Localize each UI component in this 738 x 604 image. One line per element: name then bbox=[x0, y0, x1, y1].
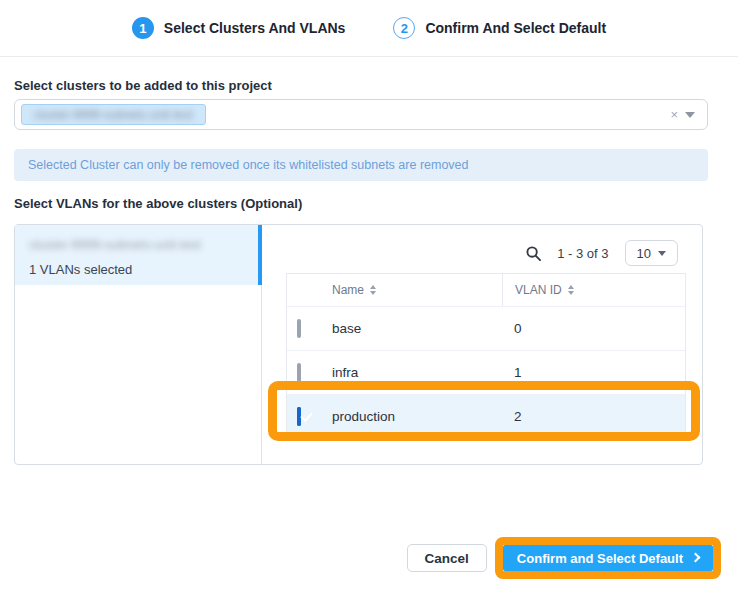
vlan-table: Name VLAN ID base 0 infra 1 bbox=[286, 273, 686, 439]
clear-selection-icon[interactable]: × bbox=[670, 108, 678, 121]
info-banner: Selected Cluster can only be removed onc… bbox=[14, 149, 708, 181]
step-1-label: Select Clusters And VLANs bbox=[164, 20, 346, 36]
column-header-name-label: Name bbox=[332, 283, 364, 297]
column-header-name[interactable]: Name bbox=[332, 274, 502, 306]
step-2-confirm-default[interactable]: 2 Confirm And Select Default bbox=[393, 17, 606, 39]
sort-icon[interactable] bbox=[370, 285, 376, 295]
column-header-vlan-id[interactable]: VLAN ID bbox=[502, 274, 685, 306]
row-checkbox-infra[interactable] bbox=[297, 363, 301, 382]
search-icon[interactable] bbox=[526, 246, 541, 261]
table-row-base[interactable]: base 0 bbox=[287, 306, 685, 350]
vlan-selection-panel: cluster-9999-subnets-unit-test 1 VLANs s… bbox=[14, 224, 703, 465]
vlan-table-header: Name VLAN ID bbox=[287, 274, 685, 306]
table-toolbar: 1 - 3 of 3 10 bbox=[262, 225, 704, 271]
cluster-select-label: Select clusters to be added to this proj… bbox=[14, 78, 738, 93]
cell-vlan-id: 0 bbox=[502, 321, 685, 336]
table-row-infra[interactable]: infra 1 bbox=[287, 350, 685, 394]
confirm-and-select-default-button[interactable]: Confirm and Select Default bbox=[503, 545, 713, 571]
step-2-label: Confirm And Select Default bbox=[425, 20, 606, 36]
step-2-number-badge: 2 bbox=[393, 17, 415, 39]
chevron-right-icon bbox=[691, 553, 701, 563]
sort-icon[interactable] bbox=[568, 285, 574, 295]
pagination-range-text: 1 - 3 of 3 bbox=[557, 246, 608, 261]
cell-name: production bbox=[332, 409, 502, 424]
cell-vlan-id: 1 bbox=[502, 365, 685, 380]
row-checkbox-production[interactable] bbox=[297, 407, 301, 426]
annotation-highlight-confirm-button: Confirm and Select Default bbox=[495, 537, 721, 579]
selected-cluster-chip[interactable]: cluster-9999-subnets-unit-test bbox=[21, 104, 206, 125]
step-1-select-clusters[interactable]: 1 Select Clusters And VLANs bbox=[132, 17, 346, 39]
cluster-list-pane: cluster-9999-subnets-unit-test 1 VLANs s… bbox=[15, 225, 262, 464]
wizard-stepper: 1 Select Clusters And VLANs 2 Confirm An… bbox=[0, 0, 738, 57]
selected-cluster-chip-redacted-text: cluster-9999-subnets-unit-test bbox=[34, 108, 193, 122]
confirm-button-label: Confirm and Select Default bbox=[517, 551, 683, 566]
table-row-production[interactable]: production 2 bbox=[287, 394, 685, 438]
header-checkbox-spacer bbox=[287, 274, 332, 306]
row-checkbox-base[interactable] bbox=[297, 319, 301, 338]
vlan-selected-count: 1 VLANs selected bbox=[29, 262, 244, 277]
cell-name: infra bbox=[332, 365, 502, 380]
chevron-down-icon bbox=[658, 251, 666, 256]
cell-name: base bbox=[332, 321, 502, 336]
wizard-footer: Cancel Confirm and Select Default bbox=[14, 537, 738, 579]
page-size-dropdown[interactable]: 10 bbox=[625, 240, 678, 266]
chevron-down-icon[interactable] bbox=[685, 112, 695, 118]
cancel-button[interactable]: Cancel bbox=[407, 544, 487, 572]
cluster-list-item-selected[interactable]: cluster-9999-subnets-unit-test 1 VLANs s… bbox=[15, 225, 262, 285]
step-1-number-badge: 1 bbox=[132, 17, 154, 39]
column-header-vlan-id-label: VLAN ID bbox=[515, 283, 562, 297]
vlan-table-pane: 1 - 3 of 3 10 Name VLAN ID bbox=[262, 225, 704, 464]
cell-vlan-id: 2 bbox=[502, 409, 685, 424]
cluster-select-input[interactable]: cluster-9999-subnets-unit-test × bbox=[14, 99, 708, 130]
cluster-name-redacted-text: cluster-9999-subnets-unit-test bbox=[29, 237, 244, 252]
vlan-select-label: Select VLANs for the above clusters (Opt… bbox=[14, 196, 738, 211]
page-size-value: 10 bbox=[637, 246, 651, 261]
